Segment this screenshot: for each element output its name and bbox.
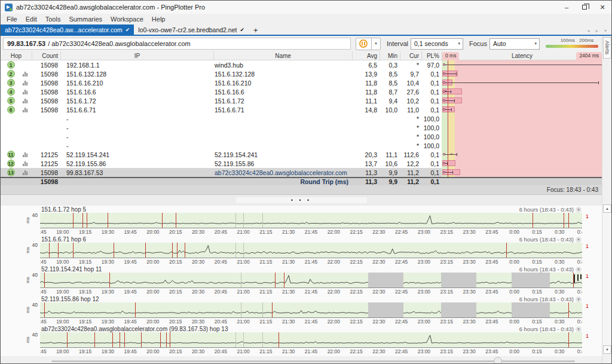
no-data-block [441,302,476,317]
avg-cell: 20,3 [352,151,380,158]
latency-graph-cell [442,69,602,78]
menu-file[interactable]: File [2,16,22,23]
axis-tick-label: 19:30 [102,229,114,235]
mini-bar-chart-icon[interactable] [23,170,27,175]
table-row-hop-unknown-6[interactable]: -*100,0 [1,114,602,123]
graph-time-range[interactable]: 6 hours (18:43 - 0:43)▾ [519,266,582,273]
graph-time-range[interactable]: 6 hours (18:43 - 0:43)▾ [519,236,582,243]
scroll-up-button[interactable]: ▲ [603,204,611,213]
pane-splitter[interactable]: • • • [1,195,602,206]
graph-toggle-cell[interactable] [19,96,32,105]
mini-bar-chart-icon[interactable] [23,108,27,112]
scroll-down-button[interactable]: ▼ [603,345,611,354]
header-hop[interactable]: Hop [1,51,32,60]
latency-avg-marker [443,153,445,155]
header-min[interactable]: Min [380,51,400,60]
table-row-hop-5[interactable]: 515098151.6.1.72151.6.1.7211,19,410,20,1 [1,96,602,105]
graph-plot-area[interactable] [40,243,582,258]
mini-bar-chart-icon[interactable] [23,161,27,166]
focus-select[interactable]: Auto ▾ [489,38,540,50]
table-row-hop-11[interactable]: 111212552.119.154.24152.119.154.24120,31… [1,150,602,159]
target-address-box[interactable]: 99.83.167.53 / ab72c33024c428ea0.awsglob… [3,38,351,50]
mini-bar-chart-icon[interactable] [23,81,27,85]
header-pl[interactable]: PL% [421,51,442,60]
graph-time-range[interactable]: 6 hours (18:43 - 0:43)▾ [519,206,582,213]
header-name[interactable]: Name [213,51,352,60]
minimize-button[interactable]: – [558,1,576,14]
mini-bar-chart-icon[interactable] [23,99,27,103]
graph-toggle-cell[interactable] [19,87,32,96]
pause-dropdown-button[interactable]: ▾ [372,38,381,50]
graph-toggle-cell[interactable] [19,150,32,159]
table-row-hop-4[interactable]: 415098151.6.16.6151.6.16.611,88,727,60,1… [1,87,602,96]
interval-select[interactable]: 0,1 seconds ▾ [411,38,463,50]
graph-toggle-cell[interactable] [19,159,32,168]
table-row-hop-3[interactable]: 315098151.6.16.210151.6.16.21011,88,510,… [1,78,602,87]
chevron-down-icon[interactable]: ▾ [576,207,582,213]
menu-workspace[interactable]: Workspace [106,16,148,23]
axis-tick-label: 22:00 [328,289,340,295]
header-latency[interactable]: 0 ms Latency 2404 ms [442,51,602,60]
hop-cell: 5 [3,97,19,105]
menu-edit[interactable]: Edit [22,16,41,23]
table-row-hop-unknown-9[interactable]: -*100,0 [1,141,602,150]
graph-time-range[interactable]: 6 hours (18:43 - 0:43)▾ [519,296,582,302]
timeline-graph-hop[interactable]: ab72c33024c428ea0.awsglobalaccelerator.c… [1,325,602,355]
chevron-down-icon[interactable]: ▾ [576,296,582,302]
menu-summaries[interactable]: Summaries [65,16,106,23]
chevron-down-icon[interactable]: ▾ [576,237,582,243]
table-row-hop-unknown-8[interactable]: -*100,0 [1,132,602,141]
graph-toggle-cell[interactable] [19,69,32,78]
graph-toggle-cell[interactable] [19,168,32,177]
graph-plot-area[interactable] [40,332,582,348]
tab-scroll-arrows[interactable]: ◂ ▸ ▾ [587,28,610,33]
table-row-hop-unknown-7[interactable]: -*100,0 [1,123,602,132]
table-row-hop-6[interactable]: 615098151.6.6.71151.6.6.7114,810,011,00,… [1,105,602,114]
timeline-graph-hop[interactable]: 151.6.6.71 hop 66 hours (18:43 - 0:43)▾4… [1,235,602,265]
horizontal-scrollbar[interactable] [1,356,602,364]
target-tab-1[interactable]: ab72c33024c428ea0.aw...accelerator.com✔ [1,25,134,35]
cur-cell: 11,0 [400,106,421,114]
mini-bar-chart-icon[interactable] [23,152,27,157]
splitter-handle[interactable]: • • • [235,197,367,203]
hop-number-badge: 3 [7,79,15,87]
hscroll-thumb[interactable] [494,357,502,364]
table-row-hop-1[interactable]: 115098192.168.1.1wind3.hub6,50,3*97,0 [1,60,602,69]
graph-time-range[interactable]: 6 hours (18:43 - 0:43)▾ [519,326,582,332]
table-row-hop-13[interactable]: 131509899.83.167.53ab72c33024c428ea0.aws… [1,168,602,177]
mini-bar-chart-icon[interactable] [23,72,27,77]
menu-help[interactable]: Help [148,16,170,23]
restore-button[interactable] [576,1,593,14]
timeline-graph-hop[interactable]: 52.119.154.241 hop 116 hours (18:43 - 0:… [1,265,602,295]
header-count[interactable]: Count [32,51,60,60]
chevron-down-icon[interactable]: ▾ [576,267,582,273]
mini-bar-chart-icon[interactable] [23,90,27,94]
table-row-hop-2[interactable]: 215098151.6.132.128151.6.132.12813,98,59… [1,69,602,78]
timeline-graph-hop[interactable]: 52.119.155.86 hop 126 hours (18:43 - 0:4… [1,295,602,325]
cur-cell: 10,2 [400,97,421,105]
count-cell: 15098 [32,88,60,96]
graph-toggle-cell[interactable] [19,78,32,87]
graph-plot-area[interactable] [40,302,582,318]
graph-plot-area[interactable] [40,213,582,228]
table-row-hop-12[interactable]: 121212552.119.155.8652.119.155.8613,710,… [1,159,602,168]
pause-button[interactable] [356,38,372,50]
chevron-down-icon[interactable]: ▾ [576,326,582,332]
menu-tools[interactable]: Tools [41,16,65,23]
new-tab-button[interactable]: + [249,26,263,35]
target-tab-2[interactable]: lo0-vxo-owe7-cr2.se.bredband2.net✔ [134,25,249,35]
timeline-graph-hop[interactable]: 151.6.1.72 hop 56 hours (18:43 - 0:43)▾4… [1,206,602,235]
graph-time-axis: 18:4519:0019:1519:3019:4520:0020:1520:30… [40,348,582,355]
axis-tick-label: 20:30 [192,229,204,235]
header-avg[interactable]: Avg [352,51,380,60]
header-cur[interactable]: Cur [400,51,421,60]
graph-plot-area[interactable] [40,273,582,288]
graph-toggle-cell[interactable] [19,105,32,114]
axis-tick-label: 0:15 [532,348,542,354]
close-button[interactable]: ✕ [593,1,611,14]
header-ip[interactable]: IP [60,51,213,60]
alert-count-badge: 1 [586,333,589,339]
alerts-side-tab[interactable]: Alerts [603,37,611,59]
vertical-scrollbar[interactable]: ▲ ▼ [602,204,612,354]
faint-marker-line [243,332,244,347]
